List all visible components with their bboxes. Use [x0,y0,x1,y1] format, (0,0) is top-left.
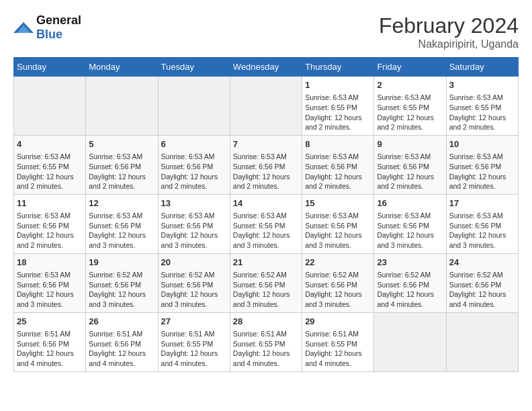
col-header-saturday: Saturday [446,58,518,77]
day-info: Sunrise: 6:53 AM Sunset: 6:56 PM Dayligh… [377,211,443,250]
calendar-cell: 18Sunrise: 6:53 AM Sunset: 6:56 PM Dayli… [14,253,86,312]
week-row-4: 18Sunrise: 6:53 AM Sunset: 6:56 PM Dayli… [14,253,519,312]
calendar-cell: 2Sunrise: 6:53 AM Sunset: 6:55 PM Daylig… [374,77,446,136]
calendar-cell: 20Sunrise: 6:52 AM Sunset: 6:56 PM Dayli… [158,253,230,312]
day-info: Sunrise: 6:52 AM Sunset: 6:56 PM Dayligh… [161,270,227,310]
day-info: Sunrise: 6:53 AM Sunset: 6:56 PM Dayligh… [161,211,227,250]
day-number: 4 [17,138,83,150]
day-info: Sunrise: 6:53 AM Sunset: 6:55 PM Dayligh… [305,93,371,132]
day-info: Sunrise: 6:53 AM Sunset: 6:55 PM Dayligh… [17,152,83,191]
week-row-2: 4Sunrise: 6:53 AM Sunset: 6:55 PM Daylig… [14,135,519,194]
day-number: 3 [449,79,515,91]
day-info: Sunrise: 6:53 AM Sunset: 6:56 PM Dayligh… [17,211,83,250]
calendar-cell [446,312,518,371]
col-header-monday: Monday [86,58,158,77]
day-info: Sunrise: 6:53 AM Sunset: 6:55 PM Dayligh… [377,93,443,132]
calendar-cell [86,77,158,136]
day-number: 6 [161,138,227,150]
day-info: Sunrise: 6:53 AM Sunset: 6:56 PM Dayligh… [449,152,515,191]
day-info: Sunrise: 6:52 AM Sunset: 6:56 PM Dayligh… [89,270,154,310]
day-info: Sunrise: 6:53 AM Sunset: 6:56 PM Dayligh… [17,270,83,310]
day-number: 25 [17,316,83,328]
calendar-cell: 27Sunrise: 6:51 AM Sunset: 6:55 PM Dayli… [158,312,230,371]
day-number: 27 [161,316,227,328]
calendar-cell: 22Sunrise: 6:52 AM Sunset: 6:56 PM Dayli… [302,253,374,312]
calendar-cell: 8Sunrise: 6:53 AM Sunset: 6:56 PM Daylig… [302,135,374,194]
day-number: 17 [449,197,515,210]
day-number: 15 [305,197,371,210]
day-info: Sunrise: 6:51 AM Sunset: 6:55 PM Dayligh… [161,329,227,369]
calendar-cell: 29Sunrise: 6:51 AM Sunset: 6:55 PM Dayli… [302,312,374,371]
week-row-1: 1Sunrise: 6:53 AM Sunset: 6:55 PM Daylig… [14,77,519,136]
logo: General Blue [13,13,81,42]
day-number: 22 [305,257,371,269]
calendar-cell: 11Sunrise: 6:53 AM Sunset: 6:56 PM Dayli… [14,194,86,253]
day-info: Sunrise: 6:52 AM Sunset: 6:56 PM Dayligh… [305,270,371,310]
day-info: Sunrise: 6:51 AM Sunset: 6:55 PM Dayligh… [305,329,371,369]
calendar-cell [158,77,230,136]
day-info: Sunrise: 6:53 AM Sunset: 6:56 PM Dayligh… [161,152,227,191]
logo-icon [13,19,34,36]
calendar-cell: 10Sunrise: 6:53 AM Sunset: 6:56 PM Dayli… [446,135,518,194]
day-number: 28 [233,316,299,328]
day-info: Sunrise: 6:53 AM Sunset: 6:56 PM Dayligh… [233,211,299,250]
day-number: 14 [233,197,299,210]
logo-text: General Blue [36,13,81,41]
day-number: 20 [161,257,227,269]
day-info: Sunrise: 6:53 AM Sunset: 6:56 PM Dayligh… [377,152,443,191]
col-header-friday: Friday [374,58,446,77]
calendar-cell: 12Sunrise: 6:53 AM Sunset: 6:56 PM Dayli… [86,194,158,253]
day-info: Sunrise: 6:53 AM Sunset: 6:55 PM Dayligh… [449,93,515,132]
day-number: 12 [89,197,154,210]
calendar-cell: 25Sunrise: 6:51 AM Sunset: 6:56 PM Dayli… [14,312,86,371]
calendar-cell: 1Sunrise: 6:53 AM Sunset: 6:55 PM Daylig… [302,77,374,136]
week-row-3: 11Sunrise: 6:53 AM Sunset: 6:56 PM Dayli… [14,194,519,253]
calendar-cell: 26Sunrise: 6:51 AM Sunset: 6:56 PM Dayli… [86,312,158,371]
title-block: February 2024 Nakapiripirit, Uganda [379,13,519,50]
day-info: Sunrise: 6:51 AM Sunset: 6:56 PM Dayligh… [17,329,83,369]
calendar-cell [230,77,302,136]
day-info: Sunrise: 6:52 AM Sunset: 6:56 PM Dayligh… [377,270,443,310]
calendar-cell: 15Sunrise: 6:53 AM Sunset: 6:56 PM Dayli… [302,194,374,253]
day-info: Sunrise: 6:53 AM Sunset: 6:56 PM Dayligh… [89,211,154,250]
calendar-cell: 23Sunrise: 6:52 AM Sunset: 6:56 PM Dayli… [374,253,446,312]
day-info: Sunrise: 6:51 AM Sunset: 6:56 PM Dayligh… [89,329,154,369]
calendar-cell: 9Sunrise: 6:53 AM Sunset: 6:56 PM Daylig… [374,135,446,194]
day-number: 26 [89,316,154,328]
calendar-cell [374,312,446,371]
calendar-cell: 6Sunrise: 6:53 AM Sunset: 6:56 PM Daylig… [158,135,230,194]
day-number: 19 [89,257,154,269]
day-number: 16 [377,197,443,210]
calendar-cell: 24Sunrise: 6:52 AM Sunset: 6:56 PM Dayli… [446,253,518,312]
day-number: 23 [377,257,443,269]
calendar-cell: 21Sunrise: 6:52 AM Sunset: 6:56 PM Dayli… [230,253,302,312]
week-row-5: 25Sunrise: 6:51 AM Sunset: 6:56 PM Dayli… [14,312,519,371]
calendar-cell: 16Sunrise: 6:53 AM Sunset: 6:56 PM Dayli… [374,194,446,253]
day-info: Sunrise: 6:53 AM Sunset: 6:56 PM Dayligh… [89,152,154,191]
day-number: 13 [161,197,227,210]
day-number: 9 [377,138,443,150]
day-number: 11 [17,197,83,210]
page-header: General Blue February 2024 Nakapiripirit… [13,13,519,50]
day-info: Sunrise: 6:53 AM Sunset: 6:56 PM Dayligh… [449,211,515,250]
day-number: 5 [89,138,154,150]
calendar-table: SundayMondayTuesdayWednesdayThursdayFrid… [13,57,519,372]
day-number: 24 [449,257,515,269]
day-info: Sunrise: 6:52 AM Sunset: 6:56 PM Dayligh… [233,270,299,310]
day-number: 8 [305,138,371,150]
header-row: SundayMondayTuesdayWednesdayThursdayFrid… [14,58,519,77]
col-header-thursday: Thursday [302,58,374,77]
day-info: Sunrise: 6:53 AM Sunset: 6:56 PM Dayligh… [305,211,371,250]
day-info: Sunrise: 6:53 AM Sunset: 6:56 PM Dayligh… [305,152,371,191]
day-number: 18 [17,257,83,269]
calendar-cell: 5Sunrise: 6:53 AM Sunset: 6:56 PM Daylig… [86,135,158,194]
day-info: Sunrise: 6:51 AM Sunset: 6:55 PM Dayligh… [233,329,299,369]
calendar-cell: 4Sunrise: 6:53 AM Sunset: 6:55 PM Daylig… [14,135,86,194]
calendar-cell [14,77,86,136]
day-number: 2 [377,79,443,91]
day-number: 7 [233,138,299,150]
month-year: February 2024 [379,13,519,38]
calendar-cell: 17Sunrise: 6:53 AM Sunset: 6:56 PM Dayli… [446,194,518,253]
day-info: Sunrise: 6:53 AM Sunset: 6:56 PM Dayligh… [233,152,299,191]
location: Nakapiripirit, Uganda [379,38,519,50]
